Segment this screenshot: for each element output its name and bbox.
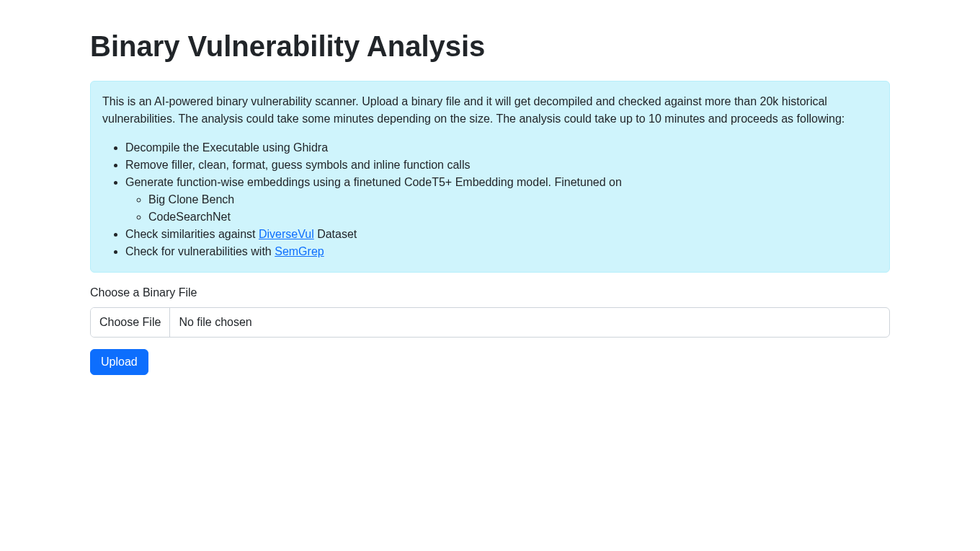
choose-file-button[interactable]: Choose File bbox=[91, 308, 170, 337]
file-input[interactable]: Choose File No file chosen bbox=[90, 307, 890, 338]
embed-sublist: Big Clone Bench CodeSearchNet bbox=[125, 191, 878, 226]
page-title: Binary Vulnerability Analysis bbox=[90, 29, 890, 63]
step-clean: Remove filler, clean, format, guess symb… bbox=[125, 157, 878, 174]
step-check-similarities: Check similarities against DiverseVul Da… bbox=[125, 226, 878, 243]
check-sim-suffix: Dataset bbox=[314, 228, 357, 240]
step-embed: Generate function-wise embeddings using … bbox=[125, 174, 878, 226]
step-embed-text: Generate function-wise embeddings using … bbox=[125, 176, 622, 188]
upload-button[interactable]: Upload bbox=[90, 349, 148, 375]
intro-text: This is an AI-powered binary vulnerabili… bbox=[102, 93, 878, 128]
file-input-label: Choose a Binary File bbox=[90, 284, 890, 301]
semgrep-link[interactable]: SemGrep bbox=[275, 245, 324, 257]
sub-big-clone-bench: Big Clone Bench bbox=[148, 191, 878, 208]
step-check-vulnerabilities: Check for vulnerabilities with SemGrep bbox=[125, 243, 878, 260]
diversevul-link[interactable]: DiverseVul bbox=[259, 228, 314, 240]
file-input-status: No file chosen bbox=[170, 308, 889, 337]
sub-codesearchnet: CodeSearchNet bbox=[148, 208, 878, 226]
steps-list: Decompile the Executable using Ghidra Re… bbox=[102, 139, 878, 260]
info-panel: This is an AI-powered binary vulnerabili… bbox=[90, 81, 890, 273]
check-sim-prefix: Check similarities against bbox=[125, 228, 259, 240]
check-vuln-prefix: Check for vulnerabilities with bbox=[125, 245, 275, 257]
step-decompile: Decompile the Executable using Ghidra bbox=[125, 139, 878, 157]
